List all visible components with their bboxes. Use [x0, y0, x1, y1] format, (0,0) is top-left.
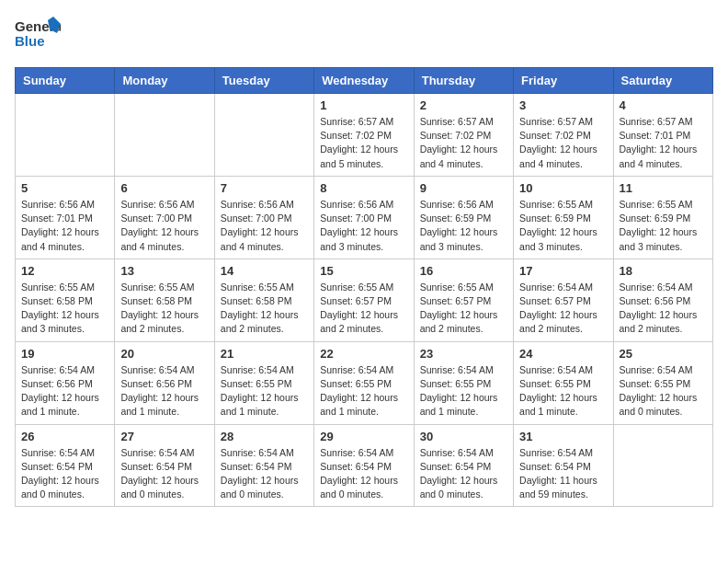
calendar-cell [115, 94, 214, 177]
day-info: Sunrise: 6:55 AMSunset: 6:58 PMDaylight:… [120, 281, 208, 337]
day-info: Sunrise: 6:54 AMSunset: 6:56 PMDaylight:… [620, 281, 707, 337]
day-number: 15 [320, 264, 407, 278]
day-number: 1 [320, 98, 407, 112]
day-number: 11 [620, 181, 707, 195]
day-info: Sunrise: 6:55 AMSunset: 6:59 PMDaylight:… [519, 198, 607, 254]
day-info: Sunrise: 6:56 AMSunset: 7:00 PMDaylight:… [221, 198, 308, 254]
day-info: Sunrise: 6:54 AMSunset: 6:55 PMDaylight:… [519, 363, 607, 419]
calendar-day-header: Tuesday [214, 68, 313, 94]
day-info: Sunrise: 6:54 AMSunset: 6:55 PMDaylight:… [221, 363, 308, 419]
day-number: 6 [120, 181, 208, 195]
calendar-cell: 14Sunrise: 6:55 AMSunset: 6:58 PMDayligh… [214, 259, 313, 341]
day-number: 9 [420, 181, 507, 195]
day-info: Sunrise: 6:57 AMSunset: 7:02 PMDaylight:… [420, 115, 507, 171]
day-number: 24 [519, 347, 607, 361]
calendar-week-row: 1Sunrise: 6:57 AMSunset: 7:02 PMDaylight… [16, 94, 713, 177]
svg-text:Blue: Blue [15, 33, 45, 49]
day-number: 22 [320, 347, 407, 361]
calendar-cell: 12Sunrise: 6:55 AMSunset: 6:58 PMDayligh… [16, 259, 115, 341]
calendar-cell: 19Sunrise: 6:54 AMSunset: 6:56 PMDayligh… [16, 341, 115, 424]
day-number: 16 [420, 264, 507, 278]
day-number: 18 [620, 264, 707, 278]
day-number: 3 [519, 98, 607, 112]
calendar-header-row: SundayMondayTuesdayWednesdayThursdayFrid… [16, 68, 713, 94]
day-number: 7 [221, 181, 308, 195]
day-info: Sunrise: 6:54 AMSunset: 6:55 PMDaylight:… [320, 363, 407, 419]
day-info: Sunrise: 6:54 AMSunset: 6:54 PMDaylight:… [21, 446, 108, 502]
calendar-week-row: 5Sunrise: 6:56 AMSunset: 7:01 PMDaylight… [16, 176, 713, 259]
calendar-cell: 1Sunrise: 6:57 AMSunset: 7:02 PMDaylight… [314, 94, 414, 177]
calendar-cell: 20Sunrise: 6:54 AMSunset: 6:56 PMDayligh… [115, 341, 214, 424]
day-number: 20 [120, 347, 208, 361]
calendar-cell [613, 424, 712, 507]
day-info: Sunrise: 6:57 AMSunset: 7:01 PMDaylight:… [620, 115, 707, 171]
day-info: Sunrise: 6:54 AMSunset: 6:57 PMDaylight:… [519, 281, 607, 337]
calendar-cell: 27Sunrise: 6:54 AMSunset: 6:54 PMDayligh… [115, 424, 214, 507]
calendar-cell: 28Sunrise: 6:54 AMSunset: 6:54 PMDayligh… [214, 424, 313, 507]
day-number: 12 [21, 264, 108, 278]
calendar-cell: 10Sunrise: 6:55 AMSunset: 6:59 PMDayligh… [514, 176, 613, 259]
calendar-week-row: 26Sunrise: 6:54 AMSunset: 6:54 PMDayligh… [16, 424, 713, 507]
day-info: Sunrise: 6:56 AMSunset: 7:01 PMDaylight:… [21, 198, 108, 254]
calendar-cell: 30Sunrise: 6:54 AMSunset: 6:54 PMDayligh… [414, 424, 513, 507]
calendar-cell: 5Sunrise: 6:56 AMSunset: 7:01 PMDaylight… [16, 176, 115, 259]
day-number: 23 [420, 347, 507, 361]
day-number: 31 [519, 430, 607, 443]
day-number: 2 [420, 98, 507, 112]
day-number: 26 [21, 430, 108, 443]
day-info: Sunrise: 6:54 AMSunset: 6:55 PMDaylight:… [620, 363, 707, 419]
page-header: General Blue [15, 15, 713, 56]
day-info: Sunrise: 6:55 AMSunset: 6:57 PMDaylight:… [320, 281, 407, 337]
day-info: Sunrise: 6:54 AMSunset: 6:56 PMDaylight:… [120, 363, 208, 419]
day-info: Sunrise: 6:54 AMSunset: 6:56 PMDaylight:… [21, 363, 108, 419]
day-info: Sunrise: 6:56 AMSunset: 7:00 PMDaylight:… [120, 198, 208, 254]
day-number: 29 [320, 430, 407, 443]
calendar-cell: 24Sunrise: 6:54 AMSunset: 6:55 PMDayligh… [514, 341, 613, 424]
calendar-cell: 25Sunrise: 6:54 AMSunset: 6:55 PMDayligh… [613, 341, 712, 424]
day-number: 28 [221, 430, 308, 443]
calendar-cell: 8Sunrise: 6:56 AMSunset: 7:00 PMDaylight… [314, 176, 414, 259]
day-info: Sunrise: 6:55 AMSunset: 6:58 PMDaylight:… [221, 281, 308, 337]
calendar-cell: 18Sunrise: 6:54 AMSunset: 6:56 PMDayligh… [613, 259, 712, 341]
calendar-cell: 31Sunrise: 6:54 AMSunset: 6:54 PMDayligh… [514, 424, 613, 507]
calendar-cell: 15Sunrise: 6:55 AMSunset: 6:57 PMDayligh… [314, 259, 414, 341]
day-info: Sunrise: 6:54 AMSunset: 6:54 PMDaylight:… [320, 446, 407, 502]
calendar-day-header: Sunday [16, 68, 115, 94]
calendar-cell [214, 94, 313, 177]
day-number: 27 [120, 430, 208, 443]
day-number: 4 [620, 98, 707, 112]
calendar-cell: 3Sunrise: 6:57 AMSunset: 7:02 PMDaylight… [514, 94, 613, 177]
day-info: Sunrise: 6:54 AMSunset: 6:54 PMDaylight:… [221, 446, 308, 502]
day-number: 25 [620, 347, 707, 361]
day-number: 14 [221, 264, 308, 278]
calendar-cell: 16Sunrise: 6:55 AMSunset: 6:57 PMDayligh… [414, 259, 513, 341]
day-info: Sunrise: 6:57 AMSunset: 7:02 PMDaylight:… [519, 115, 607, 171]
day-info: Sunrise: 6:56 AMSunset: 6:59 PMDaylight:… [420, 198, 507, 254]
day-number: 21 [221, 347, 308, 361]
day-info: Sunrise: 6:55 AMSunset: 6:57 PMDaylight:… [420, 281, 507, 337]
day-info: Sunrise: 6:55 AMSunset: 6:58 PMDaylight:… [21, 281, 108, 337]
calendar-cell [16, 94, 115, 177]
day-info: Sunrise: 6:55 AMSunset: 6:59 PMDaylight:… [620, 198, 707, 254]
calendar-cell: 13Sunrise: 6:55 AMSunset: 6:58 PMDayligh… [115, 259, 214, 341]
calendar-cell: 6Sunrise: 6:56 AMSunset: 7:00 PMDaylight… [115, 176, 214, 259]
calendar-cell: 17Sunrise: 6:54 AMSunset: 6:57 PMDayligh… [514, 259, 613, 341]
calendar-day-header: Friday [514, 68, 613, 94]
calendar-cell: 2Sunrise: 6:57 AMSunset: 7:02 PMDaylight… [414, 94, 513, 177]
day-info: Sunrise: 6:54 AMSunset: 6:54 PMDaylight:… [420, 446, 507, 502]
calendar-day-header: Monday [115, 68, 214, 94]
calendar-day-header: Thursday [414, 68, 513, 94]
day-info: Sunrise: 6:57 AMSunset: 7:02 PMDaylight:… [320, 115, 407, 171]
calendar-table: SundayMondayTuesdayWednesdayThursdayFrid… [15, 67, 713, 507]
calendar-cell: 21Sunrise: 6:54 AMSunset: 6:55 PMDayligh… [214, 341, 313, 424]
calendar-cell: 4Sunrise: 6:57 AMSunset: 7:01 PMDaylight… [613, 94, 712, 177]
calendar-cell: 23Sunrise: 6:54 AMSunset: 6:55 PMDayligh… [414, 341, 513, 424]
day-number: 5 [21, 181, 108, 195]
day-info: Sunrise: 6:54 AMSunset: 6:54 PMDaylight:… [519, 446, 607, 502]
calendar-cell: 26Sunrise: 6:54 AMSunset: 6:54 PMDayligh… [16, 424, 115, 507]
logo: General Blue [15, 15, 61, 56]
calendar-cell: 29Sunrise: 6:54 AMSunset: 6:54 PMDayligh… [314, 424, 414, 507]
day-info: Sunrise: 6:54 AMSunset: 6:55 PMDaylight:… [420, 363, 507, 419]
calendar-day-header: Wednesday [314, 68, 414, 94]
logo-svg: General Blue [15, 15, 61, 56]
